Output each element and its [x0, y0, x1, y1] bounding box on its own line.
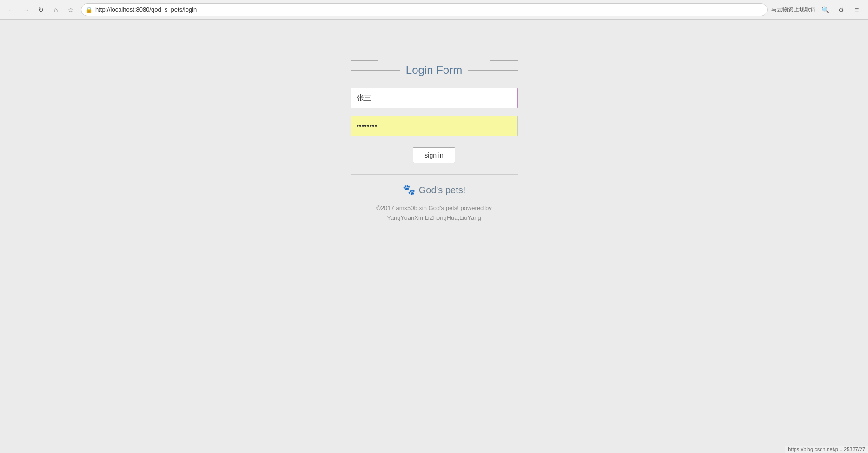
- form-fields: [351, 88, 518, 136]
- lock-icon: 🔒: [86, 7, 93, 13]
- login-title: Login Form: [406, 64, 462, 77]
- forward-button[interactable]: →: [20, 3, 33, 16]
- status-bar: https://blog.csdn.net/p... 25337/27: [785, 446, 868, 453]
- title-line-left: [351, 70, 400, 71]
- extensions-button[interactable]: ⚙: [835, 3, 848, 16]
- title-row: Login Form: [351, 64, 518, 77]
- address-input[interactable]: [81, 3, 768, 16]
- top-line-left: [351, 60, 378, 61]
- brand-name: God's pets!: [419, 185, 466, 196]
- address-bar-wrapper: 🔒: [81, 3, 768, 16]
- copyright-line2: YangYuanXin,LiZhongHua,LiuYang: [351, 213, 518, 223]
- status-text: https://blog.csdn.net/p... 25337/27: [788, 446, 865, 452]
- footer-section: 🐾 God's pets! ©2017 amx50b.xin God's pet…: [351, 184, 518, 223]
- top-decoration-row: [351, 57, 518, 61]
- top-line-right: [490, 60, 518, 61]
- menu-button[interactable]: ≡: [850, 3, 863, 16]
- search-toolbar-button[interactable]: 🔍: [819, 3, 832, 16]
- signin-btn-wrapper: sign in: [351, 147, 518, 163]
- title-line-right: [468, 70, 517, 71]
- signin-button[interactable]: sign in: [413, 147, 455, 163]
- copyright-line1: ©2017 amx50b.xin God's pets! powered by: [351, 204, 518, 213]
- username-input[interactable]: [351, 88, 518, 108]
- home-button[interactable]: ⌂: [49, 3, 62, 16]
- page-content: Login Form sign in 🐾 God's pets! ©2017 a…: [0, 20, 868, 453]
- back-button[interactable]: ←: [5, 3, 18, 16]
- reload-button[interactable]: ↻: [34, 3, 47, 16]
- toolbar-right: 马云物资上现歌词 🔍 ⚙ ≡: [771, 3, 863, 16]
- copyright-text: ©2017 amx50b.xin God's pets! powered by …: [351, 204, 518, 223]
- bookmark-button[interactable]: ☆: [64, 3, 77, 16]
- paw-icon: 🐾: [403, 184, 415, 196]
- password-input[interactable]: [351, 116, 518, 136]
- divider: [351, 174, 518, 175]
- toolbar-text: 马云物资上现歌词: [771, 6, 816, 13]
- brand-row: 🐾 God's pets!: [351, 184, 518, 196]
- nav-buttons: ← → ↻ ⌂ ☆: [5, 3, 77, 16]
- browser-chrome: ← → ↻ ⌂ ☆ 🔒 马云物资上现歌词 🔍 ⚙ ≡: [0, 0, 868, 20]
- login-container: Login Form sign in 🐾 God's pets! ©2017 a…: [351, 57, 518, 223]
